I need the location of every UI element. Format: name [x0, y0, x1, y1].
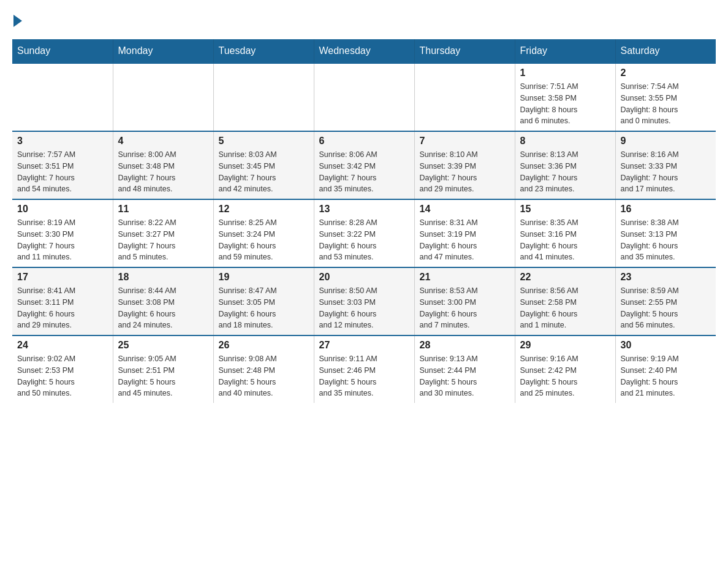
day-info: Sunrise: 8:25 AM Sunset: 3:24 PM Dayligh…	[219, 217, 309, 263]
calendar-cell: 10Sunrise: 8:19 AM Sunset: 3:30 PM Dayli…	[12, 199, 113, 267]
day-info: Sunrise: 8:59 AM Sunset: 2:55 PM Dayligh…	[621, 285, 711, 331]
day-info: Sunrise: 8:22 AM Sunset: 3:27 PM Dayligh…	[118, 217, 208, 263]
calendar-cell: 11Sunrise: 8:22 AM Sunset: 3:27 PM Dayli…	[113, 199, 213, 267]
day-info: Sunrise: 9:16 AM Sunset: 2:42 PM Dayligh…	[520, 353, 610, 399]
day-number: 15	[520, 204, 610, 215]
day-info: Sunrise: 9:11 AM Sunset: 2:46 PM Dayligh…	[319, 353, 409, 399]
calendar-cell: 29Sunrise: 9:16 AM Sunset: 2:42 PM Dayli…	[515, 335, 615, 403]
day-number: 6	[319, 136, 409, 147]
day-info: Sunrise: 8:38 AM Sunset: 3:13 PM Dayligh…	[621, 217, 711, 263]
day-info: Sunrise: 8:47 AM Sunset: 3:05 PM Dayligh…	[219, 285, 309, 331]
column-header-monday: Monday	[113, 39, 213, 63]
day-number: 14	[420, 204, 510, 215]
day-number: 8	[520, 136, 610, 147]
calendar-cell: 8Sunrise: 8:13 AM Sunset: 3:36 PM Daylig…	[515, 131, 615, 199]
day-info: Sunrise: 7:54 AM Sunset: 3:55 PM Dayligh…	[621, 81, 711, 127]
calendar-cell: 6Sunrise: 8:06 AM Sunset: 3:42 PM Daylig…	[314, 131, 414, 199]
calendar-cell	[12, 63, 113, 131]
calendar-cell: 17Sunrise: 8:41 AM Sunset: 3:11 PM Dayli…	[12, 267, 113, 335]
day-number: 2	[621, 67, 711, 79]
column-header-sunday: Sunday	[12, 39, 113, 63]
calendar-cell: 2Sunrise: 7:54 AM Sunset: 3:55 PM Daylig…	[615, 63, 716, 131]
day-number: 13	[319, 204, 409, 215]
calendar-cell	[113, 63, 213, 131]
calendar-cell: 15Sunrise: 8:35 AM Sunset: 3:16 PM Dayli…	[515, 199, 615, 267]
day-info: Sunrise: 8:13 AM Sunset: 3:36 PM Dayligh…	[520, 149, 610, 195]
day-number: 22	[520, 272, 610, 283]
calendar-cell: 4Sunrise: 8:00 AM Sunset: 3:48 PM Daylig…	[113, 131, 213, 199]
day-info: Sunrise: 9:08 AM Sunset: 2:48 PM Dayligh…	[219, 353, 309, 399]
day-info: Sunrise: 7:57 AM Sunset: 3:51 PM Dayligh…	[17, 149, 108, 195]
day-info: Sunrise: 9:19 AM Sunset: 2:40 PM Dayligh…	[621, 353, 711, 399]
calendar-cell: 30Sunrise: 9:19 AM Sunset: 2:40 PM Dayli…	[615, 335, 716, 403]
day-number: 28	[420, 340, 510, 351]
calendar-cell: 9Sunrise: 8:16 AM Sunset: 3:33 PM Daylig…	[615, 131, 716, 199]
column-header-tuesday: Tuesday	[213, 39, 314, 63]
day-number: 3	[17, 136, 108, 147]
calendar-cell: 20Sunrise: 8:50 AM Sunset: 3:03 PM Dayli…	[314, 267, 414, 335]
calendar-cell: 16Sunrise: 8:38 AM Sunset: 3:13 PM Dayli…	[615, 199, 716, 267]
logo-arrow-icon	[13, 15, 22, 27]
day-number: 21	[420, 272, 510, 283]
day-info: Sunrise: 8:28 AM Sunset: 3:22 PM Dayligh…	[319, 217, 409, 263]
calendar-cell: 12Sunrise: 8:25 AM Sunset: 3:24 PM Dayli…	[213, 199, 314, 267]
day-info: Sunrise: 8:53 AM Sunset: 3:00 PM Dayligh…	[420, 285, 510, 331]
day-info: Sunrise: 8:41 AM Sunset: 3:11 PM Dayligh…	[17, 285, 108, 331]
day-info: Sunrise: 8:19 AM Sunset: 3:30 PM Dayligh…	[17, 217, 108, 263]
column-header-wednesday: Wednesday	[314, 39, 414, 63]
week-row-3: 10Sunrise: 8:19 AM Sunset: 3:30 PM Dayli…	[12, 199, 716, 267]
calendar-header: SundayMondayTuesdayWednesdayThursdayFrid…	[12, 39, 716, 63]
calendar-cell: 27Sunrise: 9:11 AM Sunset: 2:46 PM Dayli…	[314, 335, 414, 403]
week-row-2: 3Sunrise: 7:57 AM Sunset: 3:51 PM Daylig…	[12, 131, 716, 199]
day-info: Sunrise: 8:31 AM Sunset: 3:19 PM Dayligh…	[420, 217, 510, 263]
calendar-cell: 19Sunrise: 8:47 AM Sunset: 3:05 PM Dayli…	[213, 267, 314, 335]
header-row: SundayMondayTuesdayWednesdayThursdayFrid…	[12, 39, 716, 63]
day-number: 16	[621, 204, 711, 215]
day-info: Sunrise: 8:10 AM Sunset: 3:39 PM Dayligh…	[420, 149, 510, 195]
day-number: 20	[319, 272, 409, 283]
day-info: Sunrise: 8:16 AM Sunset: 3:33 PM Dayligh…	[621, 149, 711, 195]
day-info: Sunrise: 8:50 AM Sunset: 3:03 PM Dayligh…	[319, 285, 409, 331]
calendar-cell	[414, 63, 515, 131]
day-info: Sunrise: 8:00 AM Sunset: 3:48 PM Dayligh…	[118, 149, 208, 195]
day-info: Sunrise: 9:05 AM Sunset: 2:51 PM Dayligh…	[118, 353, 208, 399]
day-number: 30	[621, 340, 711, 351]
calendar-cell: 1Sunrise: 7:51 AM Sunset: 3:58 PM Daylig…	[515, 63, 615, 131]
calendar-cell: 21Sunrise: 8:53 AM Sunset: 3:00 PM Dayli…	[414, 267, 515, 335]
calendar-cell: 13Sunrise: 8:28 AM Sunset: 3:22 PM Dayli…	[314, 199, 414, 267]
day-number: 18	[118, 272, 208, 283]
logo	[12, 12, 22, 27]
calendar-cell: 18Sunrise: 8:44 AM Sunset: 3:08 PM Dayli…	[113, 267, 213, 335]
day-number: 10	[17, 204, 108, 215]
calendar-cell: 7Sunrise: 8:10 AM Sunset: 3:39 PM Daylig…	[414, 131, 515, 199]
day-number: 24	[17, 340, 108, 351]
day-number: 29	[520, 340, 610, 351]
day-info: Sunrise: 8:56 AM Sunset: 2:58 PM Dayligh…	[520, 285, 610, 331]
day-number: 26	[219, 340, 309, 351]
day-number: 1	[520, 67, 610, 79]
week-row-5: 24Sunrise: 9:02 AM Sunset: 2:53 PM Dayli…	[12, 335, 716, 403]
day-number: 19	[219, 272, 309, 283]
calendar-cell	[213, 63, 314, 131]
calendar-cell: 23Sunrise: 8:59 AM Sunset: 2:55 PM Dayli…	[615, 267, 716, 335]
column-header-friday: Friday	[515, 39, 615, 63]
day-info: Sunrise: 8:06 AM Sunset: 3:42 PM Dayligh…	[319, 149, 409, 195]
calendar-cell: 14Sunrise: 8:31 AM Sunset: 3:19 PM Dayli…	[414, 199, 515, 267]
day-info: Sunrise: 9:13 AM Sunset: 2:44 PM Dayligh…	[420, 353, 510, 399]
calendar-body: 1Sunrise: 7:51 AM Sunset: 3:58 PM Daylig…	[12, 63, 716, 403]
day-info: Sunrise: 7:51 AM Sunset: 3:58 PM Dayligh…	[520, 81, 610, 127]
day-info: Sunrise: 8:44 AM Sunset: 3:08 PM Dayligh…	[118, 285, 208, 331]
calendar-cell: 3Sunrise: 7:57 AM Sunset: 3:51 PM Daylig…	[12, 131, 113, 199]
day-info: Sunrise: 8:03 AM Sunset: 3:45 PM Dayligh…	[219, 149, 309, 195]
week-row-4: 17Sunrise: 8:41 AM Sunset: 3:11 PM Dayli…	[12, 267, 716, 335]
calendar-table: SundayMondayTuesdayWednesdayThursdayFrid…	[12, 39, 716, 403]
column-header-saturday: Saturday	[615, 39, 716, 63]
calendar-cell: 26Sunrise: 9:08 AM Sunset: 2:48 PM Dayli…	[213, 335, 314, 403]
page-header	[12, 12, 716, 27]
day-number: 9	[621, 136, 711, 147]
day-number: 12	[219, 204, 309, 215]
calendar-cell: 24Sunrise: 9:02 AM Sunset: 2:53 PM Dayli…	[12, 335, 113, 403]
day-number: 17	[17, 272, 108, 283]
calendar-cell: 25Sunrise: 9:05 AM Sunset: 2:51 PM Dayli…	[113, 335, 213, 403]
day-number: 7	[420, 136, 510, 147]
